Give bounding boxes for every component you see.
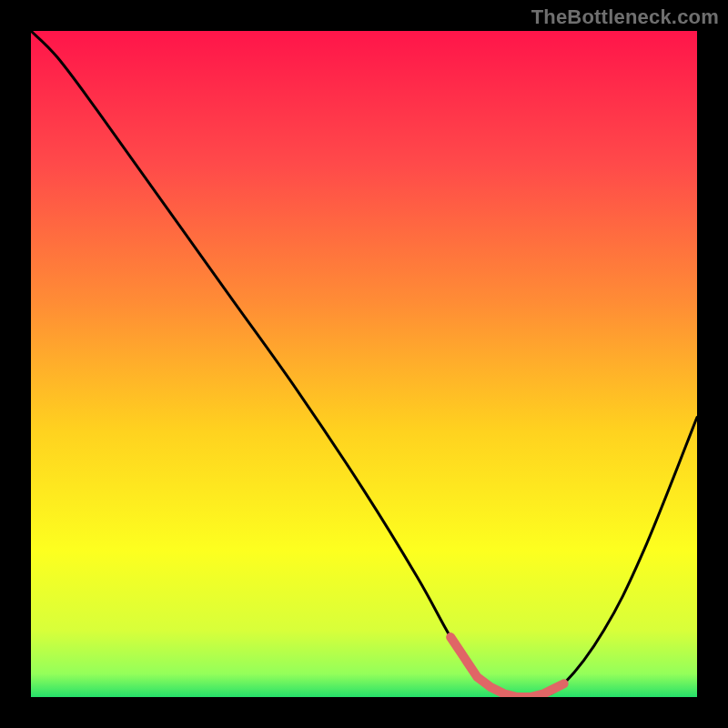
- chart-frame: TheBottleneck.com: [0, 0, 728, 728]
- watermark-text: TheBottleneck.com: [531, 5, 719, 29]
- chart-svg: [31, 31, 697, 697]
- chart-gradient-bg: [31, 31, 697, 697]
- chart-plot-area: [31, 31, 697, 697]
